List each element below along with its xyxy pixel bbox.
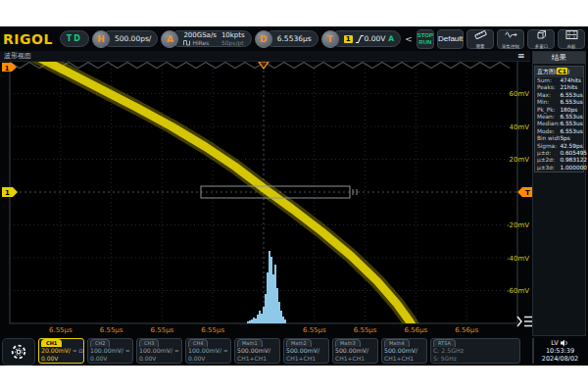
channel-tab: CH4 bbox=[188, 339, 208, 347]
sample-rate: 200GSa/s bbox=[183, 31, 217, 39]
channel-scale: 500.00mV/ bbox=[384, 347, 417, 355]
status-panel: LV 10:53:39 2024/08/02 bbox=[532, 338, 586, 364]
stat-label: Bin width: bbox=[537, 135, 560, 142]
expand-menu-icon[interactable] bbox=[517, 317, 533, 326]
trigger-control[interactable]: T 1 0.00V A bbox=[321, 30, 402, 48]
stat-value: 6.553us bbox=[560, 121, 581, 127]
math3[interactable]: Math3 500.00mV/ CH1+CH1 bbox=[332, 338, 378, 364]
stat-row: Bin width: 5ps bbox=[535, 135, 583, 142]
t-key[interactable]: T bbox=[321, 30, 339, 48]
channel-offset: 0.00V bbox=[90, 355, 130, 362]
channel-tab: Math1 bbox=[237, 339, 263, 347]
time-axis-label: 6.55μs bbox=[151, 326, 174, 334]
stat-row: Min: 6.553us bbox=[535, 99, 583, 106]
channel-scale: 500.00mV/ bbox=[237, 347, 270, 355]
stat-value: 0.605495 bbox=[560, 150, 581, 157]
coupling-impedance-icons: = bbox=[125, 347, 130, 355]
time-axis-label: 6.56μs bbox=[455, 326, 478, 334]
acquire-control[interactable]: A 200GSa/s HiRes 10kpts 50ps/pt bbox=[161, 30, 251, 48]
ch1[interactable]: CH1 20.00mV/= Ω 0.00V bbox=[38, 338, 84, 364]
channel-offset: S: 5GHz bbox=[433, 355, 517, 362]
stat-value: 6.553us bbox=[560, 114, 581, 121]
memory-depth: 10kpts bbox=[221, 31, 245, 39]
tool-acquisition[interactable]: 采集控制 bbox=[497, 29, 524, 49]
stat-label: Min: bbox=[537, 99, 560, 106]
tool-measure[interactable]: 测量 bbox=[466, 29, 494, 49]
rigol-logo: RIGOL bbox=[3, 31, 53, 47]
speaker-icon[interactable] bbox=[561, 339, 569, 347]
cursor-screen-icon bbox=[565, 28, 578, 43]
stat-row: Mode: 6.553us bbox=[535, 128, 583, 135]
acquire-mode: HiRes bbox=[192, 39, 209, 47]
stat-label: Sigma: bbox=[537, 143, 560, 150]
h-key[interactable]: H bbox=[92, 30, 110, 48]
tool-multi-window[interactable]: 多窗口 bbox=[527, 29, 555, 49]
default-button[interactable]: Default bbox=[437, 29, 464, 49]
acquire-info[interactable]: 200GSa/s HiRes 10kpts 50ps/pt bbox=[171, 30, 251, 47]
channel-offset: CH1+CH1 bbox=[335, 355, 375, 362]
ch3[interactable]: CH3 100.00mV/= 0.00V bbox=[136, 338, 182, 364]
waveform-display: 6.55μs6.55μs6.55μs6.55μs6.55μs6.55μs6.56… bbox=[0, 26, 588, 366]
delay-control[interactable]: D 6.5536μs bbox=[255, 30, 318, 48]
wave-arrow-icon bbox=[505, 28, 517, 43]
date: 2024/08/02 bbox=[534, 355, 586, 363]
stat-value: 42.59ps bbox=[560, 143, 581, 150]
stat-label: Pk_Pk: bbox=[537, 107, 560, 114]
stat-label: Median: bbox=[537, 121, 560, 127]
coupling-impedance-icons: = bbox=[223, 347, 228, 355]
run-stop-button[interactable]: STOP RUN bbox=[416, 29, 434, 49]
channel-scale: 20.00mV/ bbox=[41, 347, 71, 355]
stat-value: 0.983122 bbox=[560, 157, 581, 164]
trigger-level-value: 0.00V bbox=[365, 34, 386, 43]
histogram-stats: Sum: 474hits Peaks: 21hits Max: 6.553us … bbox=[535, 77, 583, 172]
math4[interactable]: Math4 500.00mV/ CH1+CH1 bbox=[381, 338, 427, 364]
status-label: LV bbox=[551, 339, 558, 347]
math2[interactable]: Math2 500.00mV/ CH1+CH1 bbox=[283, 338, 329, 364]
channel-offset: 0.00V bbox=[41, 355, 81, 362]
oscilloscope-screen: RIGOL TD H 500.00ps/ A 200GSa/s HiRes 10… bbox=[0, 26, 588, 366]
ch2[interactable]: CH2 100.00mV/= 0.00V bbox=[87, 338, 133, 364]
stat-row: Median: 6.553us bbox=[535, 121, 583, 127]
stat-row: Sum: 474hits bbox=[535, 77, 583, 84]
trigger-info[interactable]: 1 0.00V A bbox=[331, 30, 402, 47]
channel-offset: CH1+CH1 bbox=[237, 355, 277, 362]
gear-icon bbox=[10, 343, 27, 361]
stat-value: 180ps bbox=[560, 107, 581, 114]
d-key[interactable]: D bbox=[255, 30, 272, 48]
horizontal-scale[interactable]: 500.00ps/ bbox=[102, 30, 158, 47]
svg-text:1: 1 bbox=[5, 189, 10, 197]
stat-row: μ±σ: 0.605495 bbox=[535, 150, 583, 157]
cube-icon bbox=[535, 28, 547, 43]
stat-value: 6.553us bbox=[560, 92, 581, 99]
tool-cursor[interactable]: 光标 bbox=[558, 29, 585, 49]
time-axis-label: 6.55μs bbox=[303, 326, 326, 334]
stat-label: Max: bbox=[537, 92, 560, 99]
svg-text:1: 1 bbox=[5, 65, 10, 73]
trigger-status-badge: TD bbox=[60, 30, 89, 47]
voltage-axis-label: -20mV bbox=[507, 221, 529, 229]
channel-offset: 0.00V bbox=[188, 355, 228, 362]
stat-label: Peaks: bbox=[537, 84, 560, 91]
settings-button[interactable] bbox=[2, 338, 35, 366]
voltage-axis-label: -60mV bbox=[507, 287, 529, 295]
channel-tab: CH1 bbox=[41, 339, 62, 347]
menu-icon[interactable]: ≡ bbox=[517, 51, 525, 61]
chevron-left-icon[interactable]: < bbox=[404, 34, 414, 44]
histogram-panel[interactable]: 直方图(C1) Sum: 474hits Peaks: 21hits Max: … bbox=[534, 66, 584, 172]
channel-scale: 100.00mV/ bbox=[90, 347, 123, 355]
ch4[interactable]: CH4 100.00mV/= 0.00V bbox=[185, 338, 231, 364]
delay-value[interactable]: 6.5536μs bbox=[265, 30, 318, 47]
a-key[interactable]: A bbox=[161, 30, 178, 48]
horizontal-control[interactable]: H 500.00ps/ bbox=[92, 30, 158, 48]
stop-label: STOP bbox=[417, 32, 433, 39]
trigger-mode: A bbox=[388, 34, 394, 43]
math1[interactable]: Math1 500.00mV/ CH1+CH1 bbox=[234, 338, 280, 364]
voltage-axis-label: 20mV bbox=[509, 156, 529, 164]
channel-scale: 100.00mV/ bbox=[139, 347, 172, 355]
stat-row: μ±3σ: 1.000000 bbox=[535, 165, 583, 172]
channel-offset: CH1+CH1 bbox=[286, 355, 326, 362]
stat-row: μ±2σ: 0.983122 bbox=[535, 157, 583, 164]
rtsa[interactable]: RTSA C: 2.5GHz S: 5GHz bbox=[430, 338, 520, 364]
trigger-level-marker[interactable]: T bbox=[517, 187, 533, 197]
stat-row: Max: 6.553us bbox=[535, 92, 583, 99]
